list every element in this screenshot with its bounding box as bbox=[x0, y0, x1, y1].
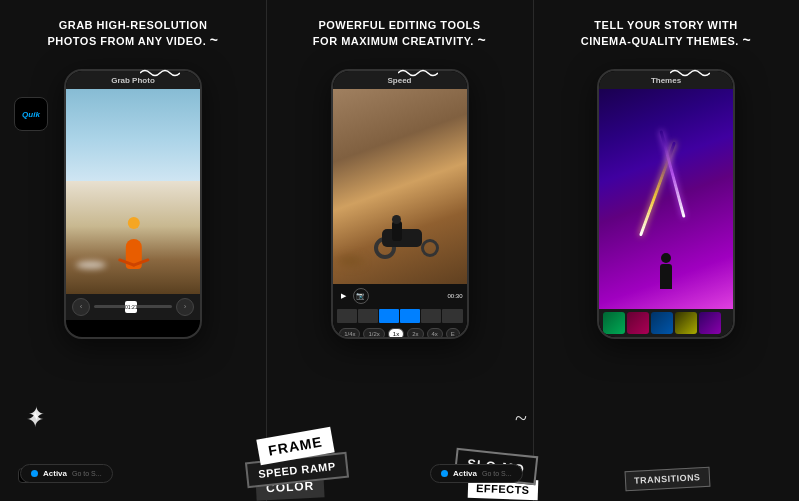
phone-screen-3: Themes bbox=[599, 71, 733, 337]
speed-btn-quarter[interactable]: 1/4x bbox=[339, 328, 360, 337]
wheel-front bbox=[421, 239, 439, 257]
curl-icon-3: ~ bbox=[742, 31, 751, 51]
phone-mockup-3: Themes bbox=[597, 69, 735, 339]
time-display: 00:30 bbox=[447, 293, 462, 299]
theme-thumb-4[interactable] bbox=[675, 312, 697, 334]
section-themes: TELL YOUR STORY WITH CINEMA-QUALITY THEM… bbox=[533, 0, 799, 501]
camera-btn[interactable]: 📷 bbox=[353, 288, 369, 304]
curl-icon-2: ~ bbox=[477, 31, 486, 51]
phone-mockup-1: Grab Photo bbox=[64, 69, 202, 339]
phone2-image bbox=[333, 89, 467, 284]
rider bbox=[392, 221, 402, 241]
skier-body bbox=[126, 239, 142, 269]
speed-block-3 bbox=[379, 309, 399, 323]
next-btn[interactable]: › bbox=[176, 298, 194, 316]
speed-block-6 bbox=[442, 309, 462, 323]
main-container: GRAB HIGH-RESOLUTION PHOTOS FROM ANY VID… bbox=[0, 0, 799, 501]
speed-btn-2x[interactable]: 2x bbox=[407, 328, 423, 337]
timeline-thumb[interactable]: 01:21 bbox=[125, 301, 137, 313]
theme-thumb-3[interactable] bbox=[651, 312, 673, 334]
play-btn[interactable]: ▶ bbox=[337, 289, 351, 303]
rider-head bbox=[392, 215, 401, 224]
theme-thumb-1[interactable] bbox=[603, 312, 625, 334]
curl-icon-1: ~ bbox=[210, 31, 219, 51]
speed-btn-e[interactable]: E bbox=[446, 328, 460, 337]
phone-screen-2: Speed bbox=[333, 71, 467, 337]
speed-track bbox=[337, 307, 463, 325]
theme-thumb-5[interactable] bbox=[699, 312, 721, 334]
phone1-controls: ‹ 01:21 › bbox=[66, 294, 200, 320]
phone1-image bbox=[66, 89, 200, 294]
speed-block-2 bbox=[358, 309, 378, 323]
phone-screen-1: Grab Photo bbox=[66, 71, 200, 337]
timeline-bar-1[interactable]: 01:21 bbox=[94, 305, 172, 308]
section2-title: POWERFUL EDITING TOOLS FOR MAXIMUM CREAT… bbox=[313, 18, 486, 51]
quik-logo-text: Quik bbox=[22, 110, 40, 119]
prev-btn[interactable]: ‹ bbox=[72, 298, 90, 316]
activa-dot-2 bbox=[441, 470, 448, 477]
section1-title: GRAB HIGH-RESOLUTION PHOTOS FROM ANY VID… bbox=[48, 18, 219, 51]
activa-sub-1: Go to S... bbox=[72, 470, 102, 477]
speed-btn-1x[interactable]: 1x bbox=[388, 328, 404, 337]
speed-btn-half[interactable]: 1/2x bbox=[363, 328, 384, 337]
theme-thumbnails bbox=[603, 312, 729, 334]
wavy-underline-1 bbox=[140, 68, 180, 78]
activa-badge-1[interactable]: Activa Go to S... bbox=[20, 464, 113, 483]
light-trail bbox=[636, 109, 696, 249]
speed-btn-4x[interactable]: 4x bbox=[427, 328, 443, 337]
activa-badge-2[interactable]: Activa Go to S... bbox=[430, 464, 523, 483]
person-silhouette bbox=[660, 264, 672, 289]
activa-label-1: Activa bbox=[43, 469, 67, 478]
speed-block-4 bbox=[400, 309, 420, 323]
skier-head bbox=[128, 217, 140, 229]
speed-block-5 bbox=[421, 309, 441, 323]
quik-badge[interactable]: Quik bbox=[14, 97, 48, 131]
snow-spray bbox=[76, 261, 106, 269]
activa-sub-2: Go to S... bbox=[482, 470, 512, 477]
moto bbox=[374, 209, 439, 259]
phone3-bottom bbox=[599, 309, 733, 337]
phone-mockup-2: Speed bbox=[331, 69, 469, 339]
skier bbox=[126, 217, 142, 259]
phone2-controls: ▶ 📷 00:30 1/4x bbox=[333, 284, 467, 337]
theme-thumb-2[interactable] bbox=[627, 312, 649, 334]
speed-block-1 bbox=[337, 309, 357, 323]
trail-line1 bbox=[639, 141, 676, 236]
speed-timeline: ▶ 📷 00:30 bbox=[337, 288, 463, 304]
activa-label-2: Activa bbox=[453, 469, 477, 478]
phone3-header: Themes bbox=[599, 71, 733, 89]
wavy-underline-2 bbox=[398, 68, 438, 78]
dirt-spray bbox=[338, 256, 363, 266]
wave-icon-2: ~ bbox=[515, 405, 527, 431]
person-head bbox=[661, 253, 671, 263]
sparkle-icon-1: ✦ bbox=[26, 407, 44, 433]
sky-bg bbox=[66, 89, 200, 192]
phone3-image bbox=[599, 89, 733, 309]
activa-dot-1 bbox=[31, 470, 38, 477]
wavy-underline-3 bbox=[670, 68, 710, 78]
moto-body bbox=[382, 229, 422, 247]
speed-buttons: 1/4x 1/2x 1x 2x 4x E bbox=[337, 328, 463, 337]
section3-title: TELL YOUR STORY WITH CINEMA-QUALITY THEM… bbox=[581, 18, 751, 51]
